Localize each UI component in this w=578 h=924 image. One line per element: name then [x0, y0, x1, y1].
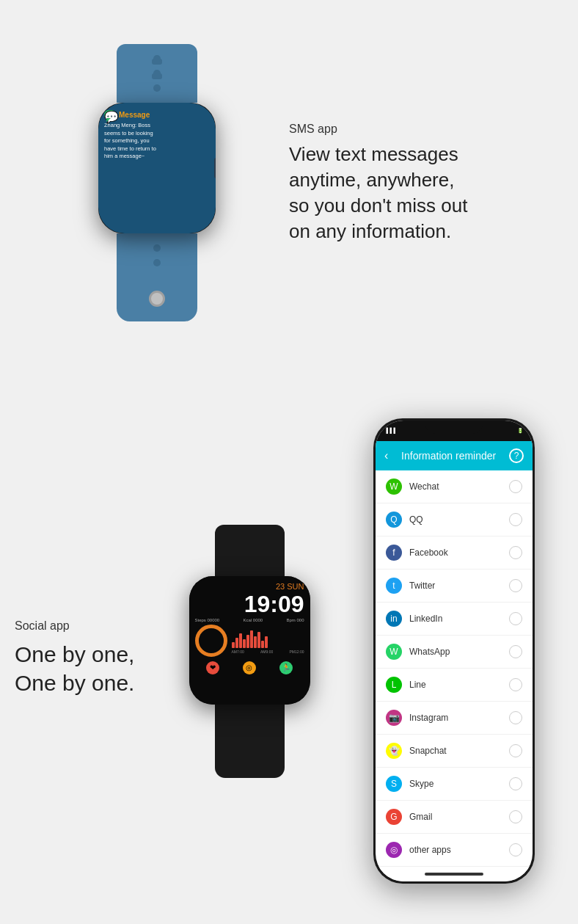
- app-header: ‹ Information reminder ?: [376, 441, 533, 470]
- bar5: [246, 635, 249, 648]
- skype-label: Skype: [409, 779, 502, 789]
- qq-toggle[interactable]: [509, 513, 522, 526]
- twitter-toggle[interactable]: [509, 579, 522, 592]
- top-section: 💬 Message Zhang Meng: Boss seems to be l…: [0, 0, 578, 352]
- skype-toggle[interactable]: [509, 777, 522, 790]
- gmail-toggle[interactable]: [509, 810, 522, 823]
- app-list: W Wechat Q QQ f Facebook: [376, 470, 533, 867]
- linkedin-toggle[interactable]: [509, 612, 522, 625]
- gmail-label: Gmail: [409, 812, 502, 822]
- list-item-snapchat[interactable]: 👻 Snapchat: [376, 735, 533, 768]
- snapchat-icon: 👻: [386, 743, 402, 759]
- twitter-icon: t: [386, 578, 402, 594]
- watch-bottom-icons: ❤ ◎ 🏃: [195, 660, 304, 676]
- page-container: 💬 Message Zhang Meng: Boss seems to be l…: [0, 0, 578, 913]
- list-item-line[interactable]: L Line: [376, 669, 533, 702]
- qq-icon: Q: [386, 512, 402, 528]
- message-body: Zhang Meng: Boss seems to be looking for…: [104, 122, 210, 161]
- ring-orange: [195, 625, 227, 657]
- list-item-facebook[interactable]: f Facebook: [376, 536, 533, 570]
- list-item-instagram[interactable]: 📷 Instagram: [376, 702, 533, 735]
- bar9: [261, 641, 264, 648]
- facebook-label: Facebook: [409, 548, 502, 558]
- watch-band-bottom: [117, 233, 197, 321]
- band-button: [149, 291, 165, 307]
- whatsapp-icon: W: [386, 644, 402, 660]
- app-header-title: Information reminder: [388, 450, 509, 462]
- list-item-wechat[interactable]: W Wechat: [376, 470, 533, 503]
- chart-labels: AM7:00 AM9:00 PM12:00: [232, 650, 304, 654]
- list-item-linkedin[interactable]: in LinkedIn: [376, 603, 533, 636]
- phone-outer: ▐▐▐ 🔋 ‹ Information reminder ? W: [373, 418, 535, 884]
- bpm-stat: Bpm 000: [286, 618, 304, 622]
- blue-watch-body: 💬 Message Zhang Meng: Boss seems to be l…: [98, 103, 216, 233]
- instagram-icon: 📷: [386, 710, 402, 726]
- black-band-top: [215, 525, 285, 576]
- list-item-gmail[interactable]: G Gmail: [376, 801, 533, 834]
- phone-notch: [425, 421, 483, 434]
- bar7: [254, 636, 257, 648]
- phone-home-bar: [376, 867, 533, 881]
- sms-label: SMS app: [289, 123, 538, 136]
- band-hole-bottom-2: [153, 259, 161, 266]
- list-item-other[interactable]: ◎ other apps: [376, 834, 533, 867]
- other-icon: ◎: [386, 842, 402, 858]
- social-desc-line2: One by one.: [15, 669, 154, 697]
- watch-side-button: [214, 158, 216, 178]
- instagram-label: Instagram: [409, 713, 502, 723]
- black-watch-screen: 23 SUN 19:09 Steps 00000 Kcal 0000 Bpm 0…: [189, 576, 310, 705]
- run-icon: 🏃: [279, 661, 293, 674]
- snapchat-toggle[interactable]: [509, 744, 522, 757]
- signal-icons: ▐▐▐: [384, 428, 395, 434]
- bottom-section: Social app One by one, One by one. 23 SU…: [0, 396, 578, 913]
- list-item-qq[interactable]: Q QQ: [376, 503, 533, 536]
- phone-notch-bar: ▐▐▐ 🔋: [376, 421, 533, 441]
- instagram-toggle[interactable]: [509, 711, 522, 724]
- home-line: [425, 873, 483, 876]
- wechat-label: Wechat: [409, 481, 502, 492]
- band-hole-2: [153, 70, 161, 77]
- mid-spacer: [0, 352, 578, 396]
- black-watch-area: 23 SUN 19:09 Steps 00000 Kcal 0000 Bpm 0…: [169, 525, 330, 778]
- list-item-twitter[interactable]: t Twitter: [376, 570, 533, 603]
- whatsapp-toggle[interactable]: [509, 645, 522, 658]
- social-label: Social app: [15, 619, 154, 633]
- blue-watch-container: 💬 Message Zhang Meng: Boss seems to be l…: [40, 44, 274, 323]
- bar6: [250, 630, 253, 648]
- other-label: other apps: [409, 845, 502, 855]
- bar-chart: [232, 627, 304, 648]
- rings-row: AM7:00 AM9:00 PM12:00: [195, 625, 304, 657]
- blue-watch: 💬 Message Zhang Meng: Boss seems to be l…: [54, 44, 260, 323]
- snapchat-label: Snapchat: [409, 746, 502, 756]
- list-item-skype[interactable]: S Skype: [376, 768, 533, 801]
- bar2: [235, 638, 238, 648]
- line-toggle[interactable]: [509, 678, 522, 691]
- watch-time: 19:09: [195, 592, 304, 616]
- kcal-stat: Kcal 0000: [243, 618, 263, 622]
- steps-stat: Steps 00000: [195, 618, 220, 622]
- help-icon[interactable]: ?: [509, 448, 524, 463]
- phone-area: ▐▐▐ 🔋 ‹ Information reminder ? W: [345, 418, 563, 884]
- band-hole-bottom-1: [153, 244, 161, 252]
- black-band-bottom: [215, 705, 285, 778]
- other-toggle[interactable]: [509, 843, 522, 856]
- list-item-whatsapp[interactable]: W WhatsApp: [376, 636, 533, 669]
- phone-inner: ▐▐▐ 🔋 ‹ Information reminder ? W: [376, 421, 533, 881]
- social-description: One by one, One by one.: [15, 640, 154, 697]
- watch-date: 23 SUN: [195, 582, 304, 591]
- top-text-area: SMS app View text messages anytime, anyw…: [274, 123, 538, 244]
- main-description: View text messages anytime, anywhere, so…: [289, 142, 538, 244]
- whatsapp-label: WhatsApp: [409, 647, 502, 657]
- message-bubble-icon: 💬: [104, 110, 116, 119]
- bar4: [243, 639, 246, 648]
- message-header: 💬 Message: [104, 110, 210, 119]
- bar1: [232, 642, 235, 648]
- circle-icon: ◎: [243, 661, 256, 674]
- gmail-icon: G: [386, 809, 402, 825]
- facebook-toggle[interactable]: [509, 546, 522, 559]
- linkedin-icon: in: [386, 611, 402, 627]
- watch-band-top: [117, 44, 197, 103]
- line-icon: L: [386, 677, 402, 693]
- bar3: [239, 633, 242, 648]
- wechat-toggle[interactable]: [509, 480, 522, 493]
